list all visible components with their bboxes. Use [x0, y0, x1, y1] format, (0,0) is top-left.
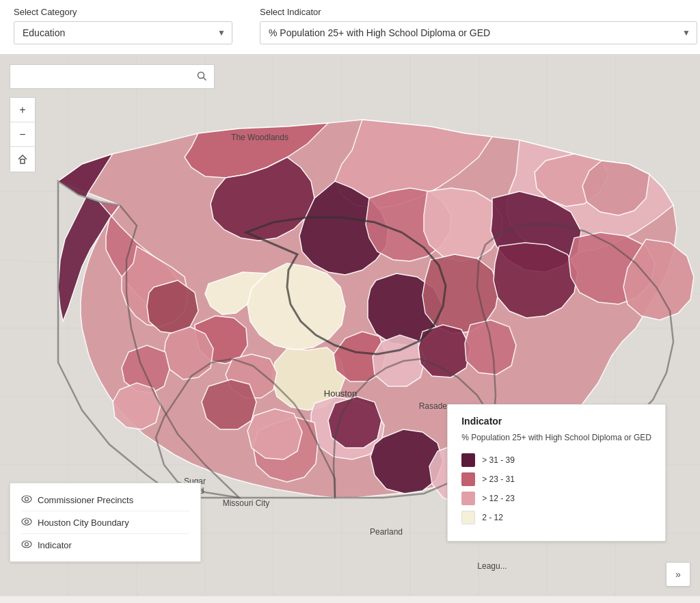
svg-text:Pearland: Pearland [370, 527, 403, 537]
legend-subtitle: % Population 25+ with High School Diplom… [461, 432, 651, 444]
legend-range-4: 2 - 12 [482, 513, 503, 522]
layer-label-commissioner: Commissioner Precincts [38, 495, 133, 505]
layer-label-houston: Houston City Boundary [38, 518, 129, 528]
home-button[interactable] [10, 147, 35, 172]
indicator-select[interactable]: % Population 25+ with High School Diplom… [260, 21, 697, 44]
legend-range-2: > 23 - 31 [482, 474, 515, 484]
layer-label-indicator: Indicator [38, 540, 72, 550]
indicator-control-group: Select Indicator % Population 25+ with H… [260, 7, 697, 44]
svg-marker-55 [465, 320, 516, 375]
legend-title: Indicator [461, 416, 651, 427]
layer-item-commissioner[interactable]: Commissioner Precincts [21, 489, 189, 511]
eye-icon-indicator [21, 539, 32, 550]
svg-rect-71 [21, 159, 25, 163]
eye-icon-houston [21, 517, 32, 528]
svg-point-72 [22, 496, 31, 502]
category-control-group: Select Category EducationHealthEconomyDe… [14, 7, 232, 44]
layer-item-indicator[interactable]: Indicator [21, 534, 189, 556]
legend-item-3: > 12 - 23 [461, 492, 651, 505]
svg-text:The Woodlands: The Woodlands [231, 133, 288, 142]
svg-point-76 [22, 541, 31, 548]
eye-icon-commissioner [21, 494, 32, 505]
svg-line-70 [204, 77, 206, 80]
svg-text:Houston: Houston [324, 388, 357, 399]
search-bar [10, 64, 215, 89]
svg-point-74 [22, 518, 31, 525]
legend-item-1: > 31 - 39 [461, 453, 651, 467]
svg-point-73 [25, 498, 29, 501]
search-button[interactable] [195, 69, 208, 85]
svg-text:Leagu...: Leagu... [477, 561, 507, 571]
legend-panel: Indicator % Population 25+ with High Sch… [447, 404, 666, 541]
expand-button[interactable]: » [666, 562, 690, 587]
legend-item-2: > 23 - 31 [461, 472, 651, 486]
map-controls: + − [10, 97, 36, 172]
svg-text:Missouri City: Missouri City [223, 498, 270, 508]
category-label: Select Category [14, 7, 232, 17]
legend-color-3 [461, 492, 475, 505]
legend-item-4: 2 - 12 [461, 511, 651, 524]
zoom-in-button[interactable]: + [10, 98, 35, 122]
svg-point-75 [25, 520, 29, 524]
legend-color-1 [461, 453, 475, 467]
layer-item-houston-boundary[interactable]: Houston City Boundary [21, 511, 189, 534]
category-select[interactable]: EducationHealthEconomyDemographics [14, 21, 232, 44]
legend-range-3: > 12 - 23 [482, 494, 515, 503]
zoom-out-button[interactable]: − [10, 122, 35, 147]
top-controls: Select Category EducationHealthEconomyDe… [0, 0, 700, 55]
legend-color-4 [461, 511, 475, 524]
legend-color-2 [461, 472, 475, 486]
search-input[interactable] [16, 72, 195, 82]
layer-panel: Commissioner Precincts Houston City Boun… [10, 483, 201, 562]
indicator-select-wrapper: % Population 25+ with High School Diplom… [260, 21, 697, 44]
svg-marker-49 [328, 397, 381, 448]
legend-range-1: > 31 - 39 [482, 455, 515, 465]
category-select-wrapper: EducationHealthEconomyDemographics ▼ [14, 21, 232, 44]
map-container: The Woodlands Houston Rasadena Sugar Lan… [0, 55, 700, 596]
svg-point-77 [25, 543, 29, 546]
indicator-label: Select Indicator [260, 7, 697, 17]
